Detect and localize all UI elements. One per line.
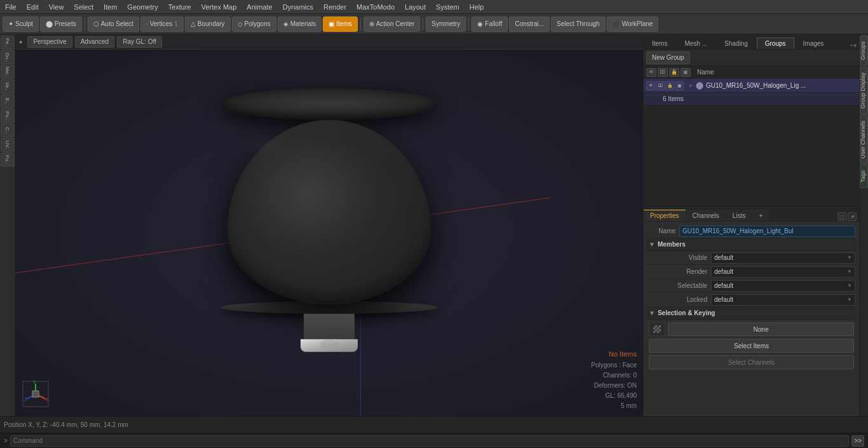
gi-key-btn[interactable]: ⚿ <box>656 81 665 90</box>
menu-file[interactable]: File <box>0 2 22 12</box>
sidebar-icon-c[interactable]: C.. <box>1 123 15 137</box>
col-icon-lock[interactable]: 🔒 <box>669 68 679 77</box>
viewport[interactable]: ● Perspective Advanced Ray GL: Off ⊕ ↺ ⊙… <box>15 34 643 416</box>
workplane-icon: ⬛ <box>613 20 620 27</box>
polygons-icon: ◇ <box>238 20 243 27</box>
props-tabs: Properties Channels Lists + ⬚ ↗ <box>644 207 859 222</box>
tab-channels[interactable]: Channels <box>686 210 726 221</box>
perspective-button[interactable]: Perspective <box>27 36 72 48</box>
menu-item[interactable]: Item <box>98 2 122 12</box>
col-icon-key[interactable]: ⚿ <box>658 68 668 77</box>
select-through-button[interactable]: Select Through <box>551 17 606 32</box>
col-icon-mesh[interactable]: ▣ <box>681 68 691 77</box>
col-icon-eye[interactable]: 👁 <box>646 68 656 77</box>
group-expand-arrow[interactable]: + <box>686 81 695 90</box>
members-section-header[interactable]: ▼ Members <box>646 238 857 251</box>
status-bar: Position X, Y, Z: -40.4 mm, 50 mm, 14.2 … <box>0 416 868 433</box>
menu-dynamics[interactable]: Dynamics <box>278 2 318 12</box>
cmd-execute-btn[interactable]: >> <box>851 435 864 447</box>
presets-button[interactable]: ⬤ Presets <box>40 17 82 32</box>
select-channels-button[interactable]: Select Channels <box>649 355 854 369</box>
materials-button[interactable]: ◈ Materials <box>278 17 322 32</box>
sidebar-icon-polygon[interactable]: Po.. <box>1 109 15 123</box>
sidebar-icon-edge[interactable]: E.. <box>1 94 15 108</box>
menu-animate[interactable]: Animate <box>241 2 277 12</box>
menu-layout[interactable]: Layout <box>400 2 431 12</box>
workplane-button[interactable]: ⬛ WorkPlane <box>607 17 659 32</box>
falloff-button[interactable]: ◉ Falloff <box>471 17 508 32</box>
channels-info: Channels: 0 <box>591 370 637 381</box>
tab-images[interactable]: Images <box>795 37 832 49</box>
locked-dropdown[interactable]: default ▼ <box>711 294 855 306</box>
sel-keying-arrow: ▼ <box>649 309 655 316</box>
menu-texture[interactable]: Texture <box>163 2 196 12</box>
tab-add[interactable]: + <box>752 210 769 221</box>
menu-help[interactable]: Help <box>465 2 489 12</box>
props-resize-btn[interactable]: ⬚ <box>837 212 846 221</box>
scene-canvas[interactable]: No Items Polygons : Face Channels: 0 Def… <box>15 50 643 416</box>
checker-icon <box>653 325 661 333</box>
select-items-button[interactable]: Select Items <box>649 339 854 353</box>
raygl-button[interactable]: Ray GL: Off <box>117 36 162 48</box>
tab-properties[interactable]: Properties <box>644 210 686 221</box>
halogen-light-object[interactable] <box>221 88 437 351</box>
visible-dropdown[interactable]: default ▼ <box>711 252 855 264</box>
menu-geometry[interactable]: Geometry <box>122 2 163 12</box>
selectable-dropdown[interactable]: default ▼ <box>711 280 855 292</box>
tab-mesh[interactable]: Mesh ... <box>676 37 715 49</box>
menu-maxtomodo[interactable]: MaxToModo <box>351 2 400 12</box>
group-item-row[interactable]: 👁 ⚿ 🔒 ▣ + GU10_MR16_50W_Halogen_Lig ... <box>644 79 859 93</box>
polygons-info: Polygons : Face <box>591 360 637 370</box>
sculpt-button[interactable]: ✦ Sculpt <box>3 17 39 32</box>
svg-rect-7 <box>32 391 39 397</box>
tab-lists[interactable]: Lists <box>726 210 752 221</box>
tab-items[interactable]: Items <box>644 37 675 49</box>
none-label-btn[interactable]: None <box>668 322 854 336</box>
new-group-button[interactable]: New Group <box>646 51 690 64</box>
menu-render[interactable]: Render <box>318 2 351 12</box>
mm-info: 5 mm <box>591 401 637 411</box>
auto-select-button[interactable]: ⬡ Auto Select <box>88 17 139 32</box>
sidebar-icon-duplicate[interactable]: Du.. <box>1 50 15 64</box>
command-input[interactable] <box>10 435 849 447</box>
polygons-button[interactable]: ◇ Polygons <box>232 17 276 32</box>
render-dropdown[interactable]: default ▼ <box>711 266 855 278</box>
side-tab-user-channels[interactable]: User Channels <box>860 115 868 165</box>
vertices-button[interactable]: · Vertices 1 <box>140 17 184 32</box>
side-tab-tags[interactable]: Tags <box>860 165 868 188</box>
sidebar-icon-vertex[interactable]: Ve.. <box>1 79 15 93</box>
symmetry-button[interactable]: Symmetry <box>426 17 466 32</box>
sidebar-icon-uv[interactable]: UV.. <box>1 138 15 152</box>
locked-arrow: ▼ <box>847 297 852 302</box>
gi-lock-btn[interactable]: 🔒 <box>665 81 674 90</box>
menu-system[interactable]: System <box>431 2 465 12</box>
svg-text:Z: Z <box>24 397 27 402</box>
group-subitem-row[interactable]: 6 Items <box>644 93 859 105</box>
disc-main <box>227 119 431 304</box>
tab-shading[interactable]: Shading <box>716 37 756 49</box>
action-center-button[interactable]: ⊕ Action Center <box>363 17 421 32</box>
side-tab-group-display[interactable]: Group Display <box>860 67 868 114</box>
name-value[interactable]: GU10_MR16_50W_Halogen_Light_Bul <box>679 226 855 237</box>
panel-expand-button[interactable]: +▾ <box>847 42 859 49</box>
menu-vertex-map[interactable]: Vertex Map <box>196 2 242 12</box>
sidebar-icon-perspective[interactable]: Pe.. <box>1 36 15 50</box>
groups-list[interactable]: 👁 ⚿ 🔒 ▣ + GU10_MR16_50W_Halogen_Lig ... <box>644 79 859 206</box>
none-button[interactable] <box>649 322 665 336</box>
props-expand-btn[interactable]: ↗ <box>848 212 857 221</box>
gi-mesh-btn[interactable]: ▣ <box>675 81 684 90</box>
menu-view[interactable]: View <box>44 2 69 12</box>
menu-select[interactable]: Select <box>69 2 98 12</box>
sidebar-icon-mesh[interactable]: Me.. <box>1 65 15 79</box>
sidebar-icon-fu[interactable]: Fu.. <box>1 153 15 166</box>
tab-groups[interactable]: Groups <box>757 37 794 49</box>
sel-keying-header[interactable]: ▼ Selection & Keying <box>646 307 857 320</box>
boundary-button[interactable]: △ Boundary <box>185 17 231 32</box>
menu-edit[interactable]: Edit <box>22 2 44 12</box>
left-sidebar: Pe.. Du.. Me.. Ve.. E.. Po.. C.. UV.. Fu… <box>0 34 15 416</box>
constraints-button[interactable]: Constrai... <box>509 17 550 32</box>
items-button[interactable]: ▣ Items <box>323 17 357 32</box>
side-tab-groups[interactable]: Groups <box>860 36 868 66</box>
gi-eye-btn[interactable]: 👁 <box>646 81 655 90</box>
advanced-button[interactable]: Advanced <box>75 36 114 48</box>
